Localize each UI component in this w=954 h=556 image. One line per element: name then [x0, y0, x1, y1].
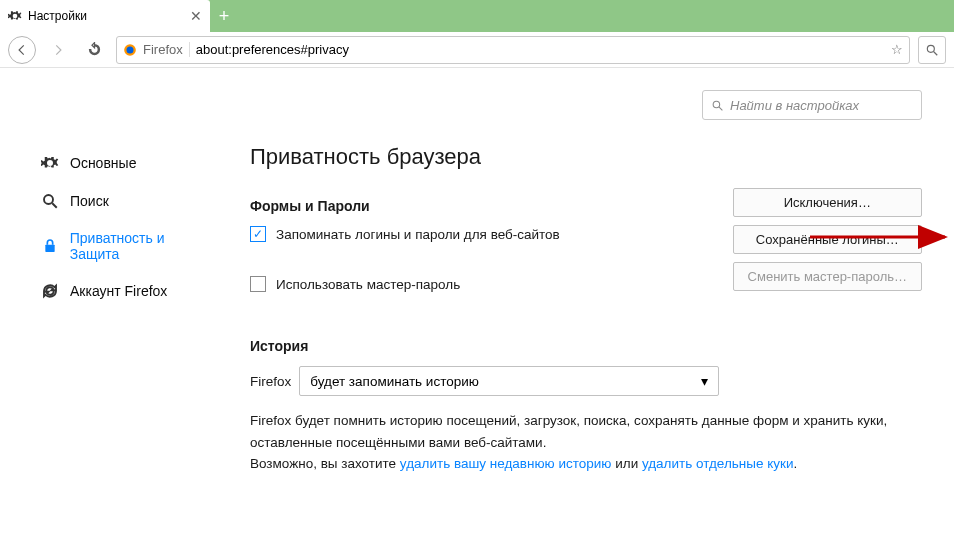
sidebar-label: Основные — [70, 155, 136, 171]
master-password-checkbox[interactable] — [250, 276, 266, 292]
forward-button[interactable] — [44, 36, 72, 64]
firefox-icon — [123, 43, 137, 57]
search-icon — [40, 192, 60, 210]
urlbar-text: about:preferences#privacy — [196, 42, 349, 57]
exceptions-button[interactable]: Исключения… — [733, 188, 922, 217]
back-button[interactable] — [8, 36, 36, 64]
history-description-1: Firefox будет помнить историю посещений,… — [250, 410, 890, 453]
history-mode-value: будет запоминать историю — [310, 374, 479, 389]
page-title: Приватность браузера — [250, 144, 922, 170]
main-panel: Приватность браузера Формы и Пароли ✓ За… — [220, 88, 954, 475]
urlbar-brand: Firefox — [143, 42, 190, 57]
toolbar: Firefox about:preferences#privacy ☆ — [0, 32, 954, 68]
sync-icon — [40, 282, 60, 300]
sidebar-label: Приватность и Защита — [70, 230, 216, 262]
gear-icon — [8, 9, 22, 23]
firefox-label: Firefox — [250, 374, 291, 389]
svg-line-3 — [934, 51, 938, 55]
lock-icon — [40, 237, 60, 255]
close-icon[interactable]: ✕ — [190, 8, 202, 24]
history-heading: История — [250, 338, 922, 354]
gear-icon — [40, 154, 60, 172]
saved-logins-button[interactable]: Сохранённые логины… — [733, 225, 922, 254]
sidebar-label: Поиск — [70, 193, 109, 209]
sidebar-item-general[interactable]: Основные — [36, 144, 220, 182]
url-bar[interactable]: Firefox about:preferences#privacy ☆ — [116, 36, 910, 64]
reload-button[interactable] — [80, 36, 108, 64]
sidebar-label: Аккаунт Firefox — [70, 283, 167, 299]
sidebar: Основные Поиск Приватность и Защита Акка… — [0, 88, 220, 475]
svg-point-1 — [127, 46, 134, 53]
svg-point-6 — [44, 195, 53, 204]
clear-recent-history-link[interactable]: удалить вашу недавнюю историю — [400, 456, 612, 471]
svg-point-2 — [927, 45, 934, 52]
browser-tab[interactable]: Настройки ✕ — [0, 0, 210, 32]
tab-title: Настройки — [28, 9, 87, 23]
history-mode-select[interactable]: будет запоминать историю ▾ — [299, 366, 719, 396]
history-description-2: Возможно, вы захотите удалить вашу недав… — [250, 453, 890, 475]
titlebar: Настройки ✕ + — [0, 0, 954, 32]
bookmark-icon[interactable]: ☆ — [891, 42, 903, 57]
change-master-password-button: Сменить мастер-пароль… — [733, 262, 922, 291]
svg-line-7 — [52, 203, 57, 208]
svg-rect-8 — [45, 245, 54, 252]
remember-passwords-checkbox[interactable]: ✓ — [250, 226, 266, 242]
remember-passwords-label: Запоминать логины и пароли для веб-сайто… — [276, 227, 560, 242]
search-button[interactable] — [918, 36, 946, 64]
chevron-down-icon: ▾ — [701, 373, 708, 389]
new-tab-button[interactable]: + — [210, 0, 238, 32]
sidebar-item-search[interactable]: Поиск — [36, 182, 220, 220]
sidebar-item-account[interactable]: Аккаунт Firefox — [36, 272, 220, 310]
clear-cookies-link[interactable]: удалить отдельные куки — [642, 456, 794, 471]
master-password-label: Использовать мастер-пароль — [276, 277, 460, 292]
sidebar-item-privacy[interactable]: Приватность и Защита — [36, 220, 220, 272]
